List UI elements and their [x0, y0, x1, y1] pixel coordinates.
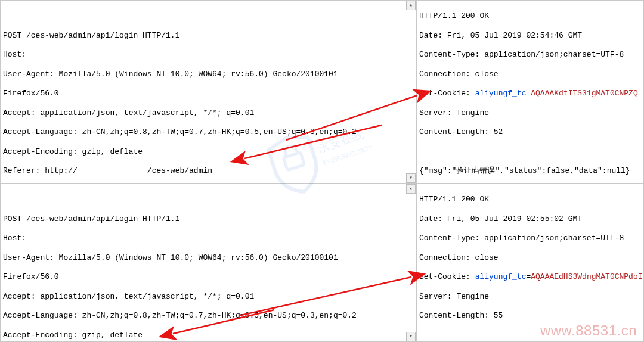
- accept-header: Accept: application/json, text/javascrip…: [3, 108, 404, 118]
- accept-encoding-header: Accept-Encoding: gzip, deflate: [3, 147, 404, 157]
- date-header: Date: Fri, 05 Jul 2019 02:55:02 GMT: [419, 214, 641, 224]
- accept-language-header: Accept-Language: zh-CN,zh;q=0.8,zh-TW;q=…: [3, 128, 404, 137]
- status-line: HTTP/1.1 200 OK: [419, 195, 641, 204]
- scroll-up-icon[interactable]: ▴: [406, 1, 416, 10]
- set-cookie-header: Set-Cookie: aliyungf_tc=AQAAAKdtITS31gMA…: [419, 89, 641, 98]
- response-pane-top[interactable]: HTTP/1.1 200 OK Date: Fri, 05 Jul 2019 0…: [416, 0, 644, 184]
- content-type-header: Content-Type: application/json;charset=U…: [419, 234, 641, 243]
- referer-header: Referer: http:// /ces-web/admin: [3, 166, 404, 176]
- accept-language-header: Accept-Language: zh-CN,zh;q=0.8,zh-TW;q=…: [3, 311, 404, 321]
- response-pane-bottom[interactable]: HTTP/1.1 200 OK Date: Fri, 05 Jul 2019 0…: [416, 184, 644, 342]
- date-header: Date: Fri, 05 Jul 2019 02:54:46 GMT: [419, 31, 641, 41]
- accept-header: Accept: application/json, text/javascrip…: [3, 292, 404, 301]
- content-length-header: Content-Length: 55: [419, 311, 641, 321]
- connection-header: Connection: close: [419, 70, 641, 79]
- blank-line: [419, 147, 641, 157]
- watermark-url: www.88531.cn: [540, 322, 637, 340]
- set-cookie-header: Set-Cookie: aliyungf_tc=AQAAAEdHS3WdngMA…: [419, 272, 641, 282]
- request-pane-bottom[interactable]: ▴ ▾ POST /ces-web/admin/api/login HTTP/1…: [0, 184, 416, 342]
- status-line: HTTP/1.1 200 OK: [419, 11, 641, 21]
- server-header: Server: Tengine: [419, 292, 641, 301]
- connection-header: Connection: close: [419, 253, 641, 263]
- host-header: Host:: [3, 50, 404, 60]
- request-line: POST /ces-web/admin/api/login HTTP/1.1: [3, 214, 404, 224]
- content-type-header: Content-Type: application/json;charset=U…: [419, 50, 641, 60]
- user-agent-header: User-Agent: Mozilla/5.0 (Windows NT 10.0…: [3, 253, 404, 263]
- user-agent-header: User-Agent: Mozilla/5.0 (Windows NT 10.0…: [3, 70, 404, 79]
- accept-encoding-header: Accept-Encoding: gzip, deflate: [3, 331, 404, 340]
- request-line: POST /ces-web/admin/api/login HTTP/1.1: [3, 31, 404, 41]
- response-body: {"msg":"验证码错误","status":false,"data":nul…: [419, 166, 641, 176]
- user-agent-header-2: Firefox/56.0: [3, 272, 404, 282]
- content-length-header: Content-Length: 52: [419, 128, 641, 137]
- request-pane-top[interactable]: ▴ ▾ POST /ces-web/admin/api/login HTTP/1…: [0, 0, 416, 184]
- host-header: Host:: [3, 234, 404, 243]
- server-header: Server: Tengine: [419, 108, 641, 118]
- scroll-down-icon[interactable]: ▾: [406, 332, 416, 341]
- scroll-down-icon[interactable]: ▾: [406, 173, 416, 183]
- scroll-up-icon[interactable]: ▴: [406, 184, 416, 194]
- user-agent-header-2: Firefox/56.0: [3, 89, 404, 98]
